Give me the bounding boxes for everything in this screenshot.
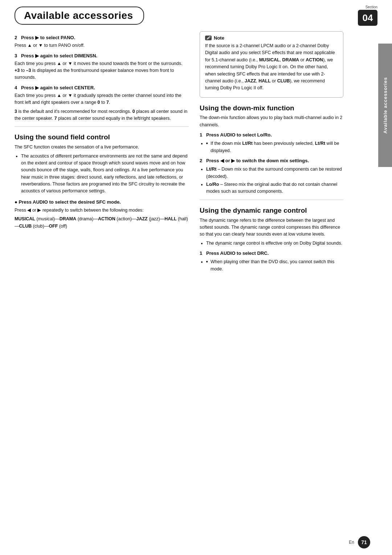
- item2-heading: 2 Press ▶ to select PANO.: [15, 34, 189, 41]
- sidebar-label: Available accessories: [378, 44, 392, 167]
- sound-field-section: Using the sound field control The SFC fu…: [15, 133, 189, 230]
- sfc-mode-body: Press ◀ or ▶ repeatedly to switch betwee…: [15, 207, 189, 214]
- footer: En 71: [349, 536, 370, 548]
- page-header: Available accessories Section 04: [0, 0, 392, 25]
- drc-item1-bullets: When playing other than the DVD disc, yo…: [206, 258, 343, 273]
- dynamic-range-intro: The dynamic range refers to the differen…: [200, 217, 343, 238]
- item-3: 3 Press ▶ again to select DIMENSN. Each …: [15, 52, 189, 81]
- down-mix-heading: Using the down-mix function: [200, 104, 343, 113]
- item3-body: Each time you press ▲ or ▼ it moves the …: [15, 60, 189, 81]
- note-label: Note: [214, 35, 224, 41]
- page-number: 71: [358, 536, 370, 548]
- divider-1: [15, 126, 189, 127]
- page: Available accessories Section 04 Availab…: [0, 0, 392, 555]
- item-2: 2 Press ▶ to select PANO. Press ▲ or ▼ t…: [15, 34, 189, 49]
- down-mix-item2-heading: 2 Press ◀ or ▶ to switch the down mix se…: [200, 157, 343, 164]
- dynamic-range-bullet: The dynamic range control is effective o…: [206, 240, 343, 247]
- down-mix-item1-bullet: If the down mix Lt/Rt has been previousl…: [206, 140, 343, 154]
- section-badge: Section 04: [358, 5, 377, 26]
- item4-body1: Each time you press ▲ or ▼ it gradually …: [15, 92, 189, 106]
- item4-heading: 4 Press ▶ again to select CENTER.: [15, 84, 189, 91]
- lo-ro-item: Lo/Ro – Stereo mix the original audio th…: [206, 181, 343, 195]
- main-content: 2 Press ▶ to select PANO. Press ▲ or ▼ t…: [0, 28, 392, 278]
- sfc-mode-heading: ● Press AUDIO to select the desired SFC …: [15, 199, 189, 206]
- page-title: Available accessories: [24, 10, 133, 21]
- down-mix-section: Using the down-mix function The down-mix…: [200, 104, 343, 195]
- footer-en-label: En: [349, 540, 354, 545]
- left-column: 2 Press ▶ to select PANO. Press ▲ or ▼ t…: [15, 31, 189, 274]
- dynamic-range-section: Using the dynamic range control The dyna…: [200, 207, 343, 273]
- sound-field-bullet: The acoustics of different performance e…: [21, 153, 189, 195]
- note-body: If the source is a 2-channel LPCM audio …: [205, 42, 338, 92]
- sound-field-heading: Using the sound field control: [15, 133, 189, 142]
- item3-heading: 3 Press ▶ again to select DIMENSN.: [15, 52, 189, 60]
- section-label: Section: [358, 5, 377, 9]
- down-mix-item1-bullets: If the down mix Lt/Rt has been previousl…: [206, 140, 343, 154]
- lt-rt-item: Lt/Rt – Down mix so that the surround co…: [206, 166, 343, 180]
- item2-body: Press ▲ or ▼ to turn PANO on/off.: [15, 42, 189, 49]
- section-number: 04: [358, 10, 377, 26]
- sound-field-intro: The SFC function creates the sensation o…: [15, 144, 189, 151]
- drc-item1-heading: 1 Press AUDIO to select DRC.: [200, 250, 343, 257]
- item-4: 4 Press ▶ again to select CENTER. Each t…: [15, 84, 189, 122]
- down-mix-item2-bullets: Lt/Rt – Down mix so that the surround co…: [206, 166, 343, 195]
- divider-2: [200, 200, 343, 200]
- right-column: 🖊 Note If the source is a 2-channel LPCM…: [200, 31, 359, 274]
- down-mix-item1-heading: 1 Press AUDIO to select Lo/Ro.: [200, 131, 343, 139]
- drc-item1-bullet: When playing other than the DVD disc, yo…: [206, 258, 343, 273]
- sound-field-bullets: The acoustics of different performance e…: [21, 153, 189, 195]
- item4-body2: 3 is the default and it's recommended fo…: [15, 108, 189, 122]
- dynamic-range-heading: Using the dynamic range control: [200, 207, 343, 215]
- note-icon: 🖊: [205, 36, 212, 40]
- note-box: 🖊 Note If the source is a 2-channel LPCM…: [200, 31, 343, 98]
- down-mix-intro: The down-mix function allows you to play…: [200, 114, 343, 128]
- page-title-box: Available accessories: [15, 7, 144, 25]
- sfc-modes: MUSICAL (musical)—DRAMA (drama)—ACTION (…: [15, 216, 189, 230]
- dynamic-range-bullets: The dynamic range control is effective o…: [206, 240, 343, 247]
- note-title: 🖊 Note: [205, 35, 338, 41]
